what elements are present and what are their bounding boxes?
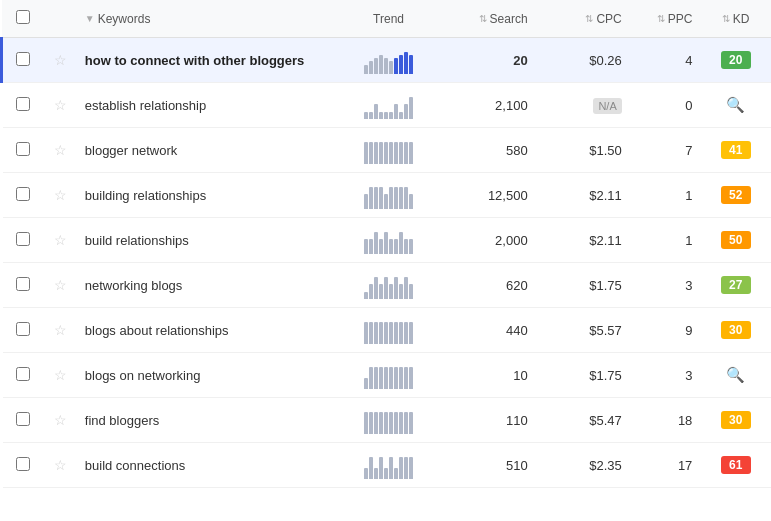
trend-cell bbox=[336, 308, 442, 353]
keyword-text: establish relationship bbox=[85, 98, 206, 113]
star-icon[interactable]: ☆ bbox=[54, 457, 67, 473]
search-value: 2,000 bbox=[495, 233, 528, 248]
trend-cell bbox=[336, 263, 442, 308]
cpc-cell: $2.11 bbox=[536, 218, 630, 263]
trend-cell bbox=[336, 218, 442, 263]
search-cell: 580 bbox=[442, 128, 536, 173]
star-icon[interactable]: ☆ bbox=[54, 187, 67, 203]
table-row: ☆how to connect with other bloggers20$0.… bbox=[2, 38, 772, 83]
row-checkbox[interactable] bbox=[16, 277, 30, 291]
kd-badge: 30 bbox=[721, 411, 751, 429]
row-checkbox[interactable] bbox=[16, 187, 30, 201]
trend-cell bbox=[336, 173, 442, 218]
keyword-text: blogger network bbox=[85, 143, 178, 158]
cpc-value: $1.75 bbox=[589, 278, 622, 293]
kd-cell: 50 bbox=[700, 218, 771, 263]
table-row: ☆build relationships2,000$2.11150 bbox=[2, 218, 772, 263]
keyword-text: blogs about relationships bbox=[85, 323, 229, 338]
search-cell: 620 bbox=[442, 263, 536, 308]
header-keyword-label: Keywords bbox=[98, 12, 151, 26]
table-row: ☆blogs on networking10$1.753🔍 bbox=[2, 353, 772, 398]
row-checkbox[interactable] bbox=[16, 52, 30, 66]
header-star-col bbox=[44, 0, 77, 38]
row-checkbox[interactable] bbox=[16, 97, 30, 111]
header-search-label: Search bbox=[490, 12, 528, 26]
cpc-value: $5.47 bbox=[589, 413, 622, 428]
row-checkbox[interactable] bbox=[16, 142, 30, 156]
table-row: ☆blogger network580$1.50741 bbox=[2, 128, 772, 173]
keyword-text: build relationships bbox=[85, 233, 189, 248]
header-cpc-col[interactable]: ⇅ CPC bbox=[536, 0, 630, 38]
cpc-cell: $1.75 bbox=[536, 353, 630, 398]
star-icon[interactable]: ☆ bbox=[54, 412, 67, 428]
header-kd-label: KD bbox=[733, 12, 750, 26]
header-ppc-col[interactable]: ⇅ PPC bbox=[630, 0, 701, 38]
header-ppc-label: PPC bbox=[668, 12, 693, 26]
search-sort-icon: ⇅ bbox=[479, 13, 487, 24]
ppc-value: 3 bbox=[685, 368, 692, 383]
star-icon[interactable]: ☆ bbox=[54, 322, 67, 338]
kd-cell: 30 bbox=[700, 398, 771, 443]
ppc-cell: 7 bbox=[630, 128, 701, 173]
ppc-cell: 9 bbox=[630, 308, 701, 353]
kd-badge: 50 bbox=[721, 231, 751, 249]
row-checkbox[interactable] bbox=[16, 322, 30, 336]
star-icon[interactable]: ☆ bbox=[54, 367, 67, 383]
row-checkbox[interactable] bbox=[16, 457, 30, 471]
search-cell: 2,000 bbox=[442, 218, 536, 263]
search-value: 2,100 bbox=[495, 98, 528, 113]
header-trend-label: Trend bbox=[373, 12, 404, 26]
kd-cell: 52 bbox=[700, 173, 771, 218]
cpc-value: $2.35 bbox=[589, 458, 622, 473]
table-row: ☆build connections510$2.351761 bbox=[2, 443, 772, 488]
kd-cell: 41 bbox=[700, 128, 771, 173]
trend-cell bbox=[336, 83, 442, 128]
row-checkbox[interactable] bbox=[16, 367, 30, 381]
keyword-text: build connections bbox=[85, 458, 185, 473]
header-keyword-col[interactable]: ▼ Keywords bbox=[77, 0, 336, 38]
star-icon[interactable]: ☆ bbox=[54, 277, 67, 293]
ppc-value: 3 bbox=[685, 278, 692, 293]
keyword-table: ▼ Keywords Trend ⇅ Search ⇅ CPC bbox=[0, 0, 771, 488]
ppc-cell: 0 bbox=[630, 83, 701, 128]
star-icon[interactable]: ☆ bbox=[54, 232, 67, 248]
header-kd-col[interactable]: ⇅ KD bbox=[700, 0, 771, 38]
star-icon[interactable]: ☆ bbox=[54, 142, 67, 158]
cpc-cell: $5.57 bbox=[536, 308, 630, 353]
search-value: 10 bbox=[513, 368, 527, 383]
row-checkbox[interactable] bbox=[16, 412, 30, 426]
table-row: ☆networking blogs620$1.75327 bbox=[2, 263, 772, 308]
header-trend-col: Trend bbox=[336, 0, 442, 38]
header-checkbox-col[interactable] bbox=[2, 0, 44, 38]
kd-cell: 20 bbox=[700, 38, 771, 83]
search-value: 510 bbox=[506, 458, 528, 473]
search-value: 580 bbox=[506, 143, 528, 158]
select-all-checkbox[interactable] bbox=[16, 10, 30, 24]
search-cell: 440 bbox=[442, 308, 536, 353]
ppc-value: 18 bbox=[678, 413, 692, 428]
search-value: 440 bbox=[506, 323, 528, 338]
star-icon[interactable]: ☆ bbox=[54, 52, 67, 68]
ppc-value: 1 bbox=[685, 233, 692, 248]
search-icon: 🔍 bbox=[726, 96, 745, 113]
header-cpc-label: CPC bbox=[596, 12, 621, 26]
keyword-text: blogs on networking bbox=[85, 368, 201, 383]
ppc-cell: 1 bbox=[630, 173, 701, 218]
ppc-value: 9 bbox=[685, 323, 692, 338]
header-search-col[interactable]: ⇅ Search bbox=[442, 0, 536, 38]
keyword-table-container[interactable]: ▼ Keywords Trend ⇅ Search ⇅ CPC bbox=[0, 0, 771, 521]
row-checkbox[interactable] bbox=[16, 232, 30, 246]
kd-badge: 41 bbox=[721, 141, 751, 159]
cpc-value: $0.26 bbox=[589, 53, 622, 68]
table-row: ☆establish relationship2,100N/A0🔍 bbox=[2, 83, 772, 128]
cpc-value: $1.75 bbox=[589, 368, 622, 383]
search-value: 12,500 bbox=[488, 188, 528, 203]
trend-cell bbox=[336, 38, 442, 83]
ppc-value: 1 bbox=[685, 188, 692, 203]
cpc-cell: N/A bbox=[536, 83, 630, 128]
kd-cell: 30 bbox=[700, 308, 771, 353]
search-cell: 20 bbox=[442, 38, 536, 83]
ppc-cell: 18 bbox=[630, 398, 701, 443]
star-icon[interactable]: ☆ bbox=[54, 97, 67, 113]
ppc-cell: 3 bbox=[630, 353, 701, 398]
